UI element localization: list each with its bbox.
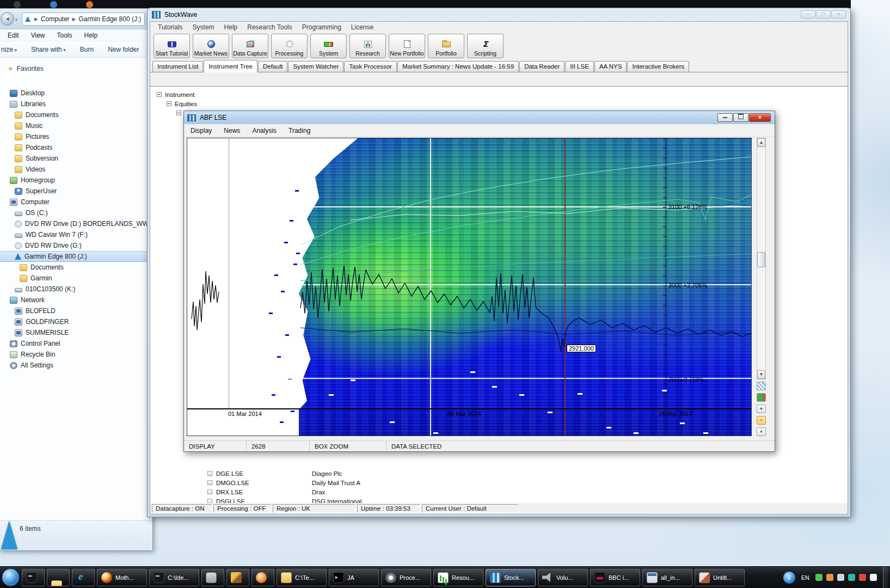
favorites-header[interactable]: ★ Favorites [0,58,152,75]
tray-icon[interactable] [870,574,877,581]
tray-icon[interactable] [837,574,844,581]
maximize-button[interactable]: □ [816,10,831,19]
tab[interactable]: Data Reader [519,61,564,72]
sidebar-item[interactable]: Computer [0,197,152,207]
sidebar-item[interactable]: Desktop [0,88,152,99]
tab[interactable]: Instrument List [152,61,203,72]
menu-item[interactable]: Trading [289,127,310,134]
tray-icon[interactable] [848,574,855,581]
taskbar-button[interactable]: Untitl... [695,569,745,586]
toolbar-button[interactable]: Start Tutorial [154,34,190,58]
close-button[interactable]: × [831,10,846,19]
tab[interactable]: Default [258,61,287,72]
menu-item[interactable]: Analysis [252,127,277,134]
explorer-command[interactable]: New folder [108,46,139,53]
taskbar-button[interactable]: C:\Te... [277,569,327,586]
collapse-icon[interactable] [176,111,181,115]
toolbar-button[interactable]: Portfolio [428,34,464,58]
sidebar-item[interactable]: GOLDFINGER [0,316,152,327]
taskbar-button[interactable]: Volu... [538,569,588,586]
taskbar-button[interactable] [72,569,95,586]
sidebar-item[interactable]: 010C103500 (K:) [0,284,152,295]
sidebar-item[interactable]: Control Panel [0,338,152,349]
show-desktop-button[interactable] [883,567,888,588]
breadcrumb-garmin[interactable]: Garmin Edge 800 (J:) [79,15,142,23]
minimize-button[interactable]: – [801,10,815,19]
taskbar-button[interactable]: all_in... [642,569,692,586]
info-icon[interactable]: i [783,572,795,584]
tree-node[interactable]: Equities [150,99,206,108]
tree-node[interactable]: Instrument [150,90,206,99]
taskbar-button[interactable]: Proce... [381,569,431,586]
taskbar-button[interactable]: Moth... [97,569,147,586]
display-mode-button[interactable] [757,393,766,402]
sidebar-item[interactable]: Garmin Edge 800 (J:) [0,251,152,262]
taskbar-button[interactable]: JA [329,569,379,586]
sidebar-item[interactable]: Music [0,120,152,131]
box-zoom-button[interactable] [757,382,766,390]
tab[interactable]: Interactive Brokers [627,61,689,72]
sidebar-item[interactable]: Recycle Bin [0,349,152,360]
sidebar-item[interactable]: DVD RW Drive (D:) BORDERLANDS_WW [0,218,152,229]
stockwave-titlebar[interactable]: StockWave – □ × [148,8,850,21]
scroll-down-icon[interactable]: ▼ [757,370,765,379]
toolbar-button[interactable]: Scripting [467,34,504,58]
price-chart[interactable]: 3100 +6.128% 3000 +2.705% 2900-0.719% 29… [187,138,752,436]
taskbar-button[interactable]: Resou... [433,569,483,586]
sidebar-item[interactable]: WD Caviar Win 7 (F:) [0,229,152,240]
explorer-menu-item[interactable]: View [31,32,45,39]
back-button[interactable]: ◂ [1,12,14,26]
zoom-out-button[interactable]: − [757,416,766,425]
sidebar-item[interactable]: OS (C:) [0,207,152,218]
sidebar-item[interactable]: Documents [0,109,152,120]
taskbar-button[interactable]: C:\Ide... [149,569,199,586]
explorer-menu-item[interactable]: Help [84,32,98,39]
scrollbar-thumb[interactable] [757,252,765,267]
sidebar-item[interactable]: All Settings [0,360,152,371]
zoom-in-button[interactable]: + [757,405,766,413]
menu-item[interactable]: Research Tools [247,23,292,31]
toolbar-button[interactable]: Research [349,34,386,58]
app-icon-blue[interactable] [50,1,57,8]
explorer-menu-item[interactable]: Edit [8,32,19,39]
tab[interactable]: Task Processor [344,61,397,72]
taskbar-button[interactable] [201,569,224,586]
sidebar-item[interactable]: Garmin [0,273,152,284]
sidebar-item[interactable]: DVD RW Drive (G:) [0,240,152,251]
taskbar-button[interactable] [226,569,249,586]
sidebar-item[interactable]: Libraries [0,99,152,109]
sidebar-item[interactable]: Network [0,295,152,305]
sidebar-item[interactable]: Subversion [0,153,152,164]
menu-item[interactable]: Programming [302,23,341,31]
breadcrumb-computer[interactable]: Computer [41,15,70,23]
sidebar-item[interactable]: Documents [0,262,152,273]
explorer-command[interactable]: nize [1,46,17,53]
toolbar-button[interactable]: New Portfolio [389,34,425,58]
reset-view-button[interactable]: ▪ [757,427,766,436]
instrument-row[interactable]: DMGO.LSE Daily Mail Trust A [150,478,842,487]
collapse-icon[interactable] [167,101,171,106]
breadcrumb[interactable]: ▶ Computer ▶ Garmin Edge 800 (J:) [22,13,145,26]
toolbar-button[interactable]: Market News [193,34,229,58]
explorer-command[interactable]: Share with [31,46,66,53]
chart-scrollbar[interactable]: ▲ ▼ [757,138,766,379]
sidebar-item[interactable]: Homegroup [0,175,152,186]
sidebar-item[interactable]: SUMMERISLE [0,327,152,338]
menu-item[interactable]: License [351,23,373,31]
taskbar-button[interactable] [47,569,70,586]
menu-item[interactable]: Help [224,23,238,31]
tray-icon[interactable] [859,574,866,581]
taskbar-button[interactable] [22,569,45,586]
instrument-row[interactable]: DGE.LSE Diageo Plc [150,469,842,478]
menu-item[interactable]: System [193,23,214,31]
tab[interactable]: System Watcher [288,61,343,72]
sidebar-item[interactable]: Videos [0,164,152,175]
close-button[interactable]: × [749,113,771,122]
sidebar-item[interactable]: Podcasts [0,142,152,153]
tray-icon[interactable] [815,574,823,581]
language-indicator[interactable]: EN [799,573,812,582]
taskbar-button[interactable]: BBC i... [590,569,640,586]
toolbar-button[interactable]: Processing [271,34,308,58]
sidebar-item[interactable]: BLOFELD [0,305,152,316]
tab[interactable]: III LSE [565,61,594,72]
